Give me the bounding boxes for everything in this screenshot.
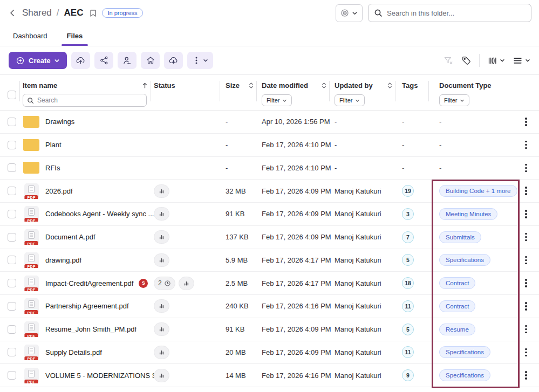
document-type[interactable]: - xyxy=(439,164,441,172)
row-checkbox[interactable] xyxy=(8,163,16,172)
tags-count[interactable]: - xyxy=(402,118,404,126)
document-type[interactable]: Specifications xyxy=(439,346,490,358)
document-type[interactable]: Submittals xyxy=(439,231,481,243)
row-checkbox[interactable] xyxy=(8,118,16,126)
item-name[interactable]: drawing.pdf xyxy=(45,256,81,264)
item-name[interactable]: Supply Details.pdf xyxy=(45,348,102,356)
row-menu-button[interactable] xyxy=(521,230,531,244)
row-menu-button[interactable] xyxy=(521,322,531,336)
columns-settings-button[interactable] xyxy=(487,56,505,66)
item-name[interactable]: Resume_John Smith_PM.pdf xyxy=(45,325,137,333)
tags-count[interactable]: 19 xyxy=(402,185,414,197)
table-row[interactable]: PDF Codebooks Agent - Weekly sync ... 91… xyxy=(0,203,539,226)
row-menu-button[interactable] xyxy=(521,115,531,129)
more-actions-button[interactable] xyxy=(187,52,213,69)
item-name[interactable]: Document A.pdf xyxy=(45,233,95,241)
download-button[interactable] xyxy=(164,52,183,69)
insights-chip[interactable] xyxy=(154,346,169,359)
pending-tasks-chip[interactable]: 2 xyxy=(154,277,175,290)
tab-dashboard[interactable]: Dashboard xyxy=(8,26,53,46)
view-mode-button[interactable] xyxy=(513,56,530,66)
document-type[interactable]: Resume xyxy=(439,324,475,335)
tags-count[interactable]: 11 xyxy=(402,346,414,358)
folder-search-input[interactable] xyxy=(387,9,526,17)
row-menu-button[interactable] xyxy=(521,184,531,198)
row-menu-button[interactable] xyxy=(521,138,531,152)
table-row[interactable]: PDF Document A.pdf 137 KB Feb 17, 2026 4… xyxy=(0,226,539,249)
item-name[interactable]: Partnership Agreement.pdf xyxy=(45,302,129,310)
tags-count[interactable]: 9 xyxy=(402,369,414,381)
bookmark-button[interactable] xyxy=(89,9,97,18)
status-badge[interactable]: In progress xyxy=(102,8,142,18)
table-row[interactable]: PDF drawing.pdf 5.9 MB Feb 17, 2026 4:17… xyxy=(0,249,539,272)
document-type[interactable]: Meeting Minutes xyxy=(439,208,497,220)
breadcrumb-parent[interactable]: Shared xyxy=(22,8,52,18)
tab-files[interactable]: Files xyxy=(62,26,88,46)
document-type[interactable]: - xyxy=(439,141,441,149)
document-type[interactable]: Building Code + 1 more xyxy=(439,185,517,197)
folder-search[interactable] xyxy=(368,4,531,22)
table-row[interactable]: PDF Plant - Feb 17, 2026 4:10 PM - - - xyxy=(0,134,539,157)
insights-chip[interactable] xyxy=(154,369,169,382)
document-type[interactable]: - xyxy=(439,118,441,126)
insights-chip[interactable] xyxy=(154,253,169,267)
updated-by-filter-dropdown[interactable]: Filter xyxy=(335,94,365,106)
item-name[interactable]: Drawings xyxy=(45,118,74,126)
item-name[interactable]: 2026.pdf xyxy=(45,187,73,195)
back-button[interactable] xyxy=(8,8,17,18)
table-row[interactable]: PDF 2026.pdf 32 MB Feb 17, 2026 4:09 PM … xyxy=(0,180,539,203)
search-scope-button[interactable] xyxy=(336,4,363,22)
table-row[interactable]: PDF VOLUME 5 - MODERNIZATIONS S... 14 MB… xyxy=(0,364,539,387)
column-date-modified[interactable]: Date modified Filter xyxy=(260,80,332,110)
row-menu-button[interactable] xyxy=(521,346,531,360)
table-row[interactable]: PDF Partnership Agreement.pdf 240 KB Feb… xyxy=(0,295,539,318)
row-checkbox[interactable] xyxy=(8,187,16,195)
item-name[interactable]: VOLUME 5 - MODERNIZATIONS S... xyxy=(45,372,154,380)
share-button[interactable] xyxy=(94,52,113,69)
table-row[interactable]: PDF Supply Details.pdf 20 MB Feb 17, 202… xyxy=(0,341,539,365)
column-document-type[interactable]: Document Type Filter xyxy=(432,80,519,110)
item-name[interactable]: Impact-CreditAgreement.pdf xyxy=(45,279,133,287)
tags-count[interactable]: 5 xyxy=(402,324,414,335)
tags-count[interactable]: 18 xyxy=(402,277,414,289)
column-updated-by[interactable]: Updated by Filter xyxy=(332,80,398,110)
date-filter-dropdown[interactable]: Filter xyxy=(262,94,292,106)
row-checkbox[interactable] xyxy=(8,279,16,287)
select-all-checkbox[interactable] xyxy=(8,91,16,99)
table-row[interactable]: PDF Resume_John Smith_PM.pdf 91 KB Feb 1… xyxy=(0,318,539,341)
tags-count[interactable]: 11 xyxy=(402,300,414,312)
create-button[interactable]: Create xyxy=(9,52,67,69)
insights-chip[interactable] xyxy=(154,322,169,336)
document-type[interactable]: Contract xyxy=(439,300,475,312)
sign-request-button[interactable] xyxy=(118,52,137,69)
tags-button[interactable] xyxy=(461,56,472,66)
row-checkbox[interactable] xyxy=(8,233,16,242)
column-tags[interactable]: Tags xyxy=(398,80,432,110)
insights-chip[interactable] xyxy=(154,230,169,244)
document-type[interactable]: Contract xyxy=(439,277,475,289)
column-size[interactable]: Size xyxy=(223,80,260,110)
tags-count[interactable]: 7 xyxy=(402,231,414,243)
document-type[interactable]: Specifications xyxy=(439,369,490,381)
row-checkbox[interactable] xyxy=(8,348,16,356)
column-status[interactable]: Status xyxy=(154,80,223,110)
tags-count[interactable]: 3 xyxy=(402,208,414,220)
row-menu-button[interactable] xyxy=(521,276,531,290)
row-checkbox[interactable] xyxy=(8,371,16,380)
table-row[interactable]: PDF Drawings - Apr 10, 2026 1:56 PM - - … xyxy=(0,111,539,134)
column-item-name[interactable]: Item name xyxy=(23,80,154,110)
clear-filters-button[interactable] xyxy=(444,56,454,66)
row-menu-button[interactable] xyxy=(521,253,531,267)
tags-count[interactable]: - xyxy=(402,164,404,172)
row-menu-button[interactable] xyxy=(521,207,531,221)
table-row[interactable]: PDF Impact-CreditAgreement.pdf S 2 2.5 M… xyxy=(0,272,539,295)
row-checkbox[interactable] xyxy=(8,210,16,218)
name-filter-search[interactable] xyxy=(23,94,147,107)
document-type[interactable]: Specifications xyxy=(439,254,490,266)
item-name[interactable]: Plant xyxy=(45,141,62,149)
row-menu-button[interactable] xyxy=(521,299,531,313)
item-name[interactable]: RFIs xyxy=(45,164,60,172)
row-checkbox[interactable] xyxy=(8,256,16,264)
insights-chip[interactable] xyxy=(179,277,194,290)
tags-count[interactable]: 5 xyxy=(402,254,414,266)
